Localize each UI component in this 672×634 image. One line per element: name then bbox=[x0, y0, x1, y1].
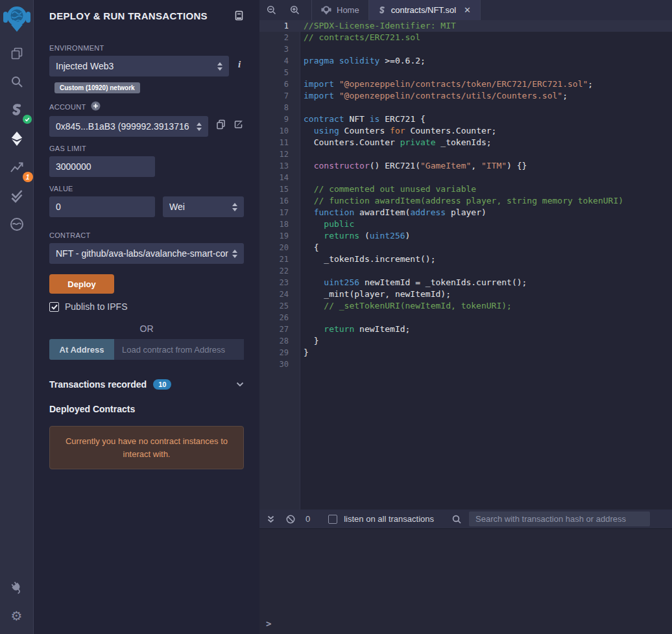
code-line[interactable]: 5 bbox=[259, 67, 672, 78]
line-number[interactable]: 24 bbox=[259, 288, 300, 300]
line-number[interactable]: 14 bbox=[259, 172, 300, 183]
code-line[interactable]: 4pragma solidity >=0.6.2; bbox=[259, 55, 672, 67]
line-number[interactable]: 8 bbox=[259, 102, 300, 113]
code-line[interactable]: 12 bbox=[259, 148, 672, 160]
value-unit-select[interactable]: Wei bbox=[163, 196, 244, 217]
line-number[interactable]: 17 bbox=[259, 207, 300, 218]
code-line[interactable]: 18 public bbox=[259, 218, 672, 230]
line-number[interactable]: 3 bbox=[259, 43, 300, 55]
line-number[interactable]: 30 bbox=[259, 358, 300, 370]
line-number[interactable]: 29 bbox=[259, 347, 300, 358]
code-line[interactable]: 15 // commented out unused variable bbox=[259, 183, 672, 195]
or-divider: OR bbox=[49, 323, 244, 334]
code-line[interactable]: 1//SPDX-License-Identifier: MIT bbox=[259, 20, 672, 32]
line-number[interactable]: 18 bbox=[259, 218, 300, 230]
tab-home[interactable]: Home bbox=[311, 0, 369, 20]
close-tab-icon[interactable]: ✕ bbox=[464, 5, 471, 15]
code-line[interactable]: 9contract NFT is ERC721 { bbox=[259, 113, 672, 125]
zoom-out-icon[interactable] bbox=[259, 0, 283, 20]
solidity-unit-testing-icon[interactable] bbox=[0, 182, 34, 210]
code-line[interactable]: 20 { bbox=[259, 242, 672, 253]
code-editor[interactable]: 1//SPDX-License-Identifier: MIT2// contr… bbox=[259, 20, 672, 510]
line-number[interactable]: 12 bbox=[259, 148, 300, 160]
code-line[interactable]: 3 bbox=[259, 43, 672, 55]
code-line[interactable]: 19 returns (uint256) bbox=[259, 230, 672, 242]
line-number[interactable]: 20 bbox=[259, 242, 300, 253]
deploy-and-run-icon[interactable] bbox=[0, 124, 34, 153]
line-number[interactable]: 26 bbox=[259, 312, 300, 323]
code-line[interactable]: 6import "@openzeppelin/contracts/token/E… bbox=[259, 78, 672, 90]
clear-console-icon[interactable] bbox=[286, 515, 295, 524]
code-line[interactable]: 29} bbox=[259, 347, 672, 358]
tab-contracts-nft-sol[interactable]: contracts/NFT.sol ✕ bbox=[369, 0, 481, 20]
code-line[interactable]: 25 // _setTokenURI(newItemId, tokenURI); bbox=[259, 300, 672, 312]
code-line[interactable]: 11 Counters.Counter private _tokenIds; bbox=[259, 137, 672, 148]
code-line[interactable]: 23 uint256 newItemId = _tokenIds.current… bbox=[259, 277, 672, 288]
analytics-icon[interactable]: 1 bbox=[0, 153, 34, 182]
line-number[interactable]: 28 bbox=[259, 335, 300, 347]
plugin-manager-icon[interactable] bbox=[0, 573, 34, 602]
line-number[interactable]: 25 bbox=[259, 300, 300, 312]
copy-account-icon[interactable] bbox=[216, 119, 226, 130]
sign-message-icon[interactable] bbox=[234, 119, 244, 130]
at-address-input[interactable] bbox=[114, 339, 244, 360]
documentation-icon[interactable] bbox=[234, 10, 244, 21]
solidity-compiler-icon[interactable] bbox=[0, 96, 34, 124]
code-line[interactable]: 24 _mint(player, newItemId); bbox=[259, 288, 672, 300]
settings-icon[interactable]: ⚙ bbox=[0, 602, 34, 630]
code-line[interactable]: 13 constructor() ERC721("GameItem", "ITM… bbox=[259, 160, 672, 172]
at-address-button[interactable]: At Address bbox=[49, 339, 114, 360]
line-number[interactable]: 6 bbox=[259, 78, 300, 90]
file-explorer-icon[interactable] bbox=[0, 39, 34, 67]
environment-select[interactable]: Injected Web3 bbox=[49, 56, 229, 76]
line-number[interactable]: 4 bbox=[259, 55, 300, 67]
code-line[interactable]: 28 } bbox=[259, 335, 672, 347]
line-number[interactable]: 13 bbox=[259, 160, 300, 172]
contract-select[interactable]: NFT - github/ava-labs/avalanche-smart-co… bbox=[49, 243, 244, 264]
code-line[interactable]: 22 bbox=[259, 265, 672, 277]
code-line[interactable]: 26 bbox=[259, 312, 672, 323]
line-number[interactable]: 7 bbox=[259, 90, 300, 102]
line-number[interactable]: 21 bbox=[259, 253, 300, 265]
add-account-icon[interactable] bbox=[91, 101, 101, 112]
code-line[interactable]: 21 _tokenIds.increment(); bbox=[259, 253, 672, 265]
code-line[interactable]: 7import "@openzeppelin/contracts/utils/C… bbox=[259, 90, 672, 102]
line-number[interactable]: 5 bbox=[259, 67, 300, 78]
line-number[interactable]: 9 bbox=[259, 113, 300, 125]
publish-ipfs-label: Publish to IPFS bbox=[65, 301, 128, 312]
deploy-button[interactable]: Deploy bbox=[49, 274, 114, 294]
listen-all-transactions-checkbox[interactable] bbox=[328, 515, 337, 524]
account-select[interactable]: 0x845...B1aB3 (999992.3913716 bbox=[49, 116, 208, 137]
code-line[interactable]: 30 bbox=[259, 358, 672, 370]
environment-info-icon[interactable]: i bbox=[238, 59, 241, 70]
line-number[interactable]: 23 bbox=[259, 277, 300, 288]
terminal-search-input[interactable] bbox=[469, 511, 650, 526]
line-number[interactable]: 11 bbox=[259, 137, 300, 148]
search-icon[interactable] bbox=[0, 67, 34, 96]
line-number[interactable]: 19 bbox=[259, 230, 300, 242]
line-number[interactable]: 27 bbox=[259, 323, 300, 335]
line-number[interactable]: 22 bbox=[259, 265, 300, 277]
line-number[interactable]: 15 bbox=[259, 183, 300, 195]
code-line[interactable]: 8 bbox=[259, 102, 672, 113]
terminal-output[interactable]: > bbox=[259, 528, 672, 634]
code-line[interactable]: 2// contracts/ERC721.sol bbox=[259, 32, 672, 43]
code-line[interactable]: 16 // function awardItem(address player,… bbox=[259, 195, 672, 207]
line-number[interactable]: 10 bbox=[259, 125, 300, 137]
code-line[interactable]: 10 using Counters for Counters.Counter; bbox=[259, 125, 672, 137]
code-line[interactable]: 27 return newItemId; bbox=[259, 323, 672, 335]
line-number[interactable]: 16 bbox=[259, 195, 300, 207]
code-line[interactable]: 14 bbox=[259, 172, 672, 183]
code-text bbox=[300, 312, 304, 323]
debugger-icon[interactable] bbox=[0, 210, 34, 239]
gas-limit-input[interactable]: 3000000 bbox=[49, 156, 155, 177]
remix-logo[interactable] bbox=[3, 3, 30, 34]
code-line[interactable]: 17 function awardItem(address player) bbox=[259, 207, 672, 218]
line-number[interactable]: 2 bbox=[259, 32, 300, 43]
value-input[interactable]: 0 bbox=[49, 196, 155, 217]
collapse-terminal-icon[interactable] bbox=[267, 515, 274, 523]
line-number[interactable]: 1 bbox=[259, 20, 300, 32]
chevron-down-icon[interactable] bbox=[236, 382, 244, 387]
zoom-in-icon[interactable] bbox=[283, 0, 306, 20]
publish-ipfs-checkbox[interactable] bbox=[49, 302, 59, 312]
